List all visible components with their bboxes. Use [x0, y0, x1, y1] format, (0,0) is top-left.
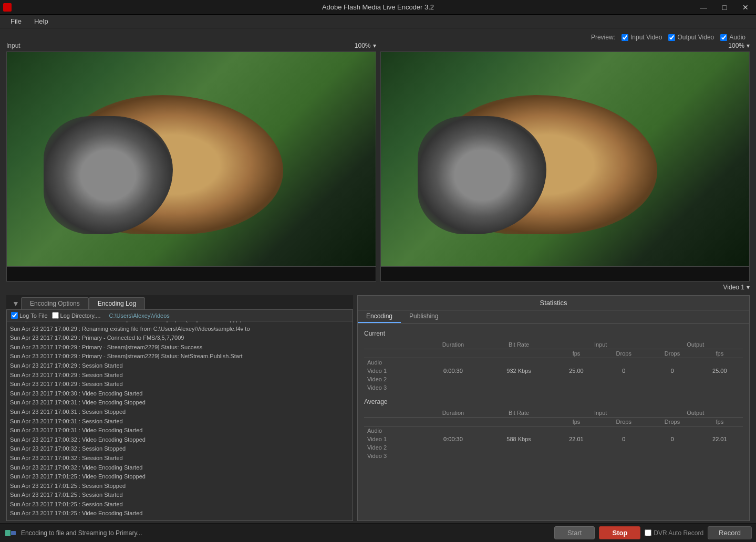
- input-label: Input: [6, 42, 20, 49]
- menu-help[interactable]: Help: [28, 16, 55, 27]
- tab-publishing[interactable]: Publishing: [401, 310, 447, 323]
- maximize-button[interactable]: □: [714, 0, 735, 15]
- log-entry: Sun Apr 23 2017 17:00:29 : Primary - Str…: [10, 343, 349, 352]
- current-stats-table: Duration Bit Rate Input Output: [364, 340, 743, 392]
- log-entry: Sun Apr 23 2017 17:01:25 : Video Encodin…: [10, 509, 349, 518]
- input-panel-header: Input 100% ▾: [6, 42, 376, 49]
- input-video-bottom: [6, 267, 376, 282]
- status-bar: Encoding to file and Streaming to Primar…: [0, 523, 756, 542]
- output-panel-header: 100% ▾: [380, 42, 750, 49]
- input-video-panel: Input 100% ▾: [6, 42, 376, 282]
- current-label: Current: [364, 330, 743, 337]
- output-zoom-dropdown-icon: ▾: [747, 42, 750, 49]
- input-video-check[interactable]: Input Video: [622, 34, 662, 41]
- stop-button[interactable]: Stop: [599, 526, 640, 539]
- window-title: Adobe Flash Media Live Encoder 3.2: [322, 3, 434, 11]
- log-entry: Sun Apr 23 2017 17:00:31 : Video Encodin…: [10, 426, 349, 435]
- audio-check[interactable]: Audio: [720, 34, 745, 41]
- video-selector-dropdown-icon: ▾: [747, 284, 750, 291]
- th-avg-in-fps: fps: [553, 418, 599, 426]
- log-to-file-check[interactable]: Log To File: [11, 312, 48, 319]
- video-panels: Input 100% ▾ 100% ▾: [6, 42, 750, 282]
- log-entry: Sun Apr 23 2017 17:00:29 : Session Start…: [10, 361, 349, 371]
- status-icon: [4, 527, 17, 539]
- app-icon: [3, 3, 12, 12]
- log-entry: Sun Apr 23 2017 17:01:25 : Session Start…: [10, 500, 349, 509]
- status-text: Encoding to file and Streaming to Primar…: [21, 529, 550, 537]
- preview-label: Preview:: [591, 34, 615, 41]
- th-out-drops: Drops: [648, 349, 696, 358]
- bottom-section: ▼ Encoding Options Encoding Log Log To F…: [0, 295, 756, 523]
- dvr-label-text: DVR Auto Record: [654, 529, 703, 537]
- log-entry: Sun Apr 23 2017 17:00:29 : Primary - Con…: [10, 333, 349, 343]
- log-entry: Sun Apr 23 2017 17:00:32 : Video Encodin…: [10, 435, 349, 445]
- table-row: Video 3: [364, 383, 743, 392]
- log-entry: Sun Apr 23 2017 17:00:29 : Primary - Str…: [10, 352, 349, 361]
- table-row: Video 3: [364, 452, 743, 460]
- stats-header: Statistics: [358, 296, 749, 310]
- log-entry: Sun Apr 23 2017 17:00:29 : Renaming exis…: [10, 325, 349, 334]
- preview-bar: Preview: Input Video Output Video Audio: [6, 33, 750, 42]
- th-output: Output: [648, 340, 743, 349]
- log-entry: Sun Apr 23 2017 17:00:31 : Session Start…: [10, 417, 349, 426]
- output-zoom[interactable]: 100% ▾: [728, 42, 750, 49]
- main-content: Preview: Input Video Output Video Audio …: [0, 28, 756, 542]
- log-entry: Sun Apr 23 2017 17:01:25 : Video Encodin…: [10, 472, 349, 482]
- th-avg-duration: Duration: [422, 409, 485, 418]
- log-entry: Sun Apr 23 2017 17:00:30 : Video Encodin…: [10, 389, 349, 399]
- input-video-frame: [6, 51, 376, 267]
- th-avg-in-drops: Drops: [599, 418, 648, 426]
- close-button[interactable]: ✕: [735, 0, 756, 15]
- table-row: Video 2: [364, 375, 743, 383]
- output-video-preview: [381, 52, 750, 266]
- log-toolbar: Log To File Log Directory.... C:\Users\A…: [7, 310, 353, 321]
- start-button[interactable]: Start: [554, 526, 595, 539]
- zoom-dropdown-icon: ▾: [373, 42, 376, 49]
- video-selector[interactable]: Video 1 ▾: [723, 284, 750, 291]
- average-stats-body: AudioVideo 10:00:30588 Kbps22.010022.01V…: [364, 426, 743, 461]
- record-button[interactable]: Record: [708, 526, 752, 539]
- input-video-preview: [7, 52, 376, 266]
- window-controls: ― □ ✕: [693, 0, 756, 15]
- log-entry: Sun Apr 23 2017 17:00:29 : Session Start…: [10, 371, 349, 380]
- menu-file[interactable]: File: [4, 16, 28, 27]
- table-row: Video 10:00:30588 Kbps22.010022.01: [364, 435, 743, 443]
- status-svg-icon: [4, 527, 17, 539]
- current-stats-body: AudioVideo 10:00:30932 Kbps25.000025.00V…: [364, 358, 743, 392]
- th-input: Input: [553, 340, 648, 349]
- output-video-bottom: [380, 267, 750, 282]
- th-avg-empty: [364, 409, 422, 418]
- stats-body: Current Duration Bit Rate Input Output: [358, 324, 749, 520]
- log-entry: Sun Apr 23 2017 17:00:32 : Session Start…: [10, 454, 349, 463]
- log-entry: Sun Apr 23 2017 17:00:32 : Session Stopp…: [10, 444, 349, 454]
- th-duration: Duration: [422, 340, 485, 349]
- log-entry: Sun Apr 23 2017 17:00:31 : Session Stopp…: [10, 408, 349, 417]
- encoding-content: Log To File Log Directory.... C:\Users\A…: [6, 309, 353, 521]
- tab-encoding-options[interactable]: Encoding Options: [21, 297, 89, 309]
- log-entry: Sun Apr 23 2017 17:00:31 : Video Encodin…: [10, 398, 349, 408]
- stats-panel: Statistics Encoding Publishing Current D…: [357, 295, 750, 521]
- th-avg-input: Input: [553, 409, 648, 418]
- th-row-label: [364, 349, 422, 358]
- log-content[interactable]: Sun Apr 23 2017 16:49:56 : Selected audi…: [7, 321, 353, 520]
- tab-encoding[interactable]: Encoding: [358, 310, 401, 323]
- tab-encoding-log[interactable]: Encoding Log: [89, 297, 145, 309]
- th-in-drops: Drops: [599, 349, 648, 358]
- log-entry: Sun Apr 23 2017 17:01:25 : Session Start…: [10, 491, 349, 500]
- table-row: Audio: [364, 358, 743, 367]
- output-video-check[interactable]: Output Video: [668, 34, 714, 41]
- input-zoom[interactable]: 100% ▾: [355, 42, 376, 49]
- log-entry: Sun Apr 23 2017 17:00:32 : Video Encodin…: [10, 463, 349, 473]
- log-entry: Sun Apr 23 2017 17:01:25 : Session Stopp…: [10, 482, 349, 491]
- table-row: Audio: [364, 426, 743, 435]
- svg-rect-0: [5, 530, 11, 536]
- log-directory-check[interactable]: Log Directory....: [52, 312, 101, 319]
- menu-bar: File Help: [0, 15, 756, 28]
- stats-tabs: Encoding Publishing: [358, 310, 749, 324]
- title-bar: Adobe Flash Media Live Encoder 3.2 ― □ ✕: [0, 0, 756, 15]
- dvr-checkbox[interactable]: [645, 529, 651, 536]
- th-bitrate: Bit Rate: [484, 340, 553, 349]
- th-avg-out-fps: fps: [697, 418, 743, 426]
- video-label-row: Video 1 ▾: [6, 282, 750, 293]
- minimize-button[interactable]: ―: [693, 0, 714, 15]
